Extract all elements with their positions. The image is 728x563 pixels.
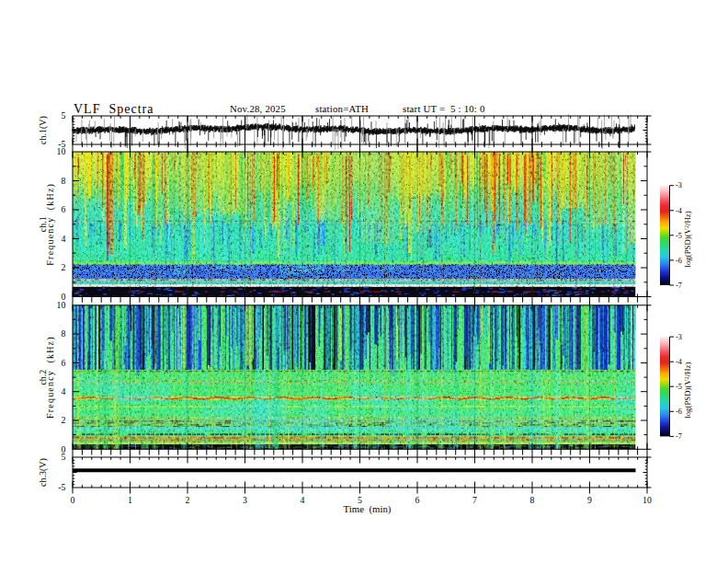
svg-text:station=ATH: station=ATH: [315, 103, 369, 114]
svg-text:1: 1: [128, 495, 132, 505]
svg-text:8: 8: [530, 495, 535, 505]
svg-text:10: 10: [57, 300, 66, 310]
svg-text:3: 3: [243, 495, 247, 505]
svg-text:ch.1(V): ch.1(V): [38, 116, 49, 144]
svg-text:-5: -5: [676, 383, 682, 391]
svg-text:-3: -3: [676, 333, 682, 341]
svg-text:Nov.28, 2025: Nov.28, 2025: [230, 103, 286, 114]
svg-text:-6: -6: [676, 408, 682, 416]
svg-text:-3: -3: [676, 181, 682, 190]
svg-text:2: 2: [61, 262, 65, 272]
svg-text:Frequency (kHz): Frequency (kHz): [45, 183, 56, 266]
svg-text:-6: -6: [676, 257, 682, 265]
svg-text:0: 0: [71, 495, 75, 505]
svg-text:-4: -4: [676, 207, 682, 215]
svg-text:8: 8: [61, 176, 65, 186]
svg-text:10: 10: [57, 146, 66, 156]
svg-text:Frequency (kHz): Frequency (kHz): [45, 336, 56, 419]
svg-text:4: 4: [61, 386, 65, 396]
svg-text:7: 7: [472, 495, 477, 505]
svg-text:2: 2: [186, 495, 190, 505]
svg-text:2: 2: [61, 415, 65, 425]
svg-text:6: 6: [415, 495, 420, 505]
svg-text:-5: -5: [676, 232, 682, 240]
svg-text:4: 4: [61, 234, 65, 244]
svg-text:5: 5: [61, 452, 65, 462]
svg-text:4: 4: [301, 495, 305, 505]
svg-text:VLF Spectra: VLF Spectra: [74, 102, 154, 116]
svg-text:-7: -7: [676, 282, 682, 290]
svg-text:log(PSD)(V2/Hz): log(PSD)(V2/Hz): [683, 362, 692, 419]
svg-text:-4: -4: [676, 358, 682, 366]
svg-text:ch.3(V): ch.3(V): [38, 458, 49, 487]
svg-text:10: 10: [643, 495, 652, 505]
svg-text:start UT = 5 : 10: 0: start UT = 5 : 10: 0: [403, 103, 485, 114]
svg-text:6: 6: [61, 358, 65, 368]
svg-text:Time (min): Time (min): [344, 503, 392, 515]
svg-text:8: 8: [61, 328, 65, 339]
svg-text:5: 5: [61, 110, 65, 121]
svg-text:-7: -7: [676, 432, 682, 441]
svg-text:log(PSD)(V2/Hz): log(PSD)(V2/Hz): [683, 211, 692, 267]
svg-text:9: 9: [587, 495, 592, 505]
svg-text:-5: -5: [58, 482, 65, 492]
svg-text:6: 6: [61, 204, 65, 214]
